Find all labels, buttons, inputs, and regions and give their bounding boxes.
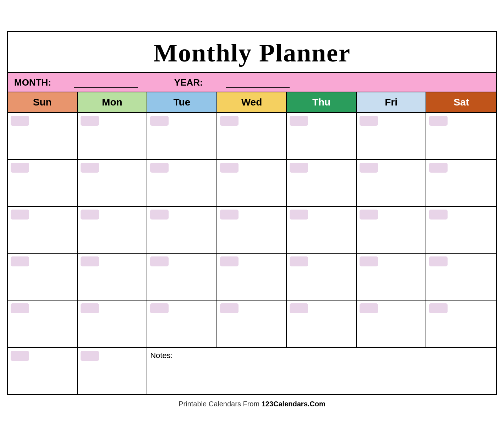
date-badge: [290, 303, 308, 313]
footer-brand: 123Calendars.Com: [262, 400, 325, 408]
cell-r4-wed: [217, 254, 287, 300]
cell-r3-thu: [287, 207, 357, 253]
date-badge: [11, 210, 29, 220]
date-badge: [81, 256, 99, 266]
date-badge: [429, 303, 448, 313]
cell-r2-tue: [147, 160, 217, 206]
notes-content: Notes:: [147, 348, 496, 394]
cell-r3-tue: [147, 207, 217, 253]
date-badge: [360, 163, 378, 173]
date-badge: [220, 210, 239, 220]
cell-r3-sat: [426, 207, 496, 253]
page-wrapper: Monthly Planner MONTH: YEAR: Sun Mon Tue…: [7, 31, 497, 413]
cell-r5-sat: [426, 300, 496, 347]
date-badge: [11, 351, 29, 361]
cell-r5-sun: [8, 300, 78, 347]
planner-container: Monthly Planner MONTH: YEAR: Sun Mon Tue…: [7, 31, 497, 395]
cell-r4-mon: [78, 254, 148, 300]
date-badge: [150, 210, 169, 220]
cell-r5-thu: [287, 300, 357, 347]
calendar-row-5: [8, 300, 496, 347]
cell-r2-sat: [426, 160, 496, 206]
month-year-bar: MONTH: YEAR:: [8, 73, 496, 92]
header-fri: Fri: [357, 92, 427, 112]
cell-r4-tue: [147, 254, 217, 300]
cell-r2-wed: [217, 160, 287, 206]
year-label: YEAR:: [174, 77, 203, 88]
calendar-row-2: [8, 160, 496, 207]
cell-r3-wed: [217, 207, 287, 253]
cell-r1-tue: [147, 113, 217, 159]
cell-r1-fri: [357, 113, 427, 159]
cell-r3-fri: [357, 207, 427, 253]
title-area: Monthly Planner: [8, 32, 496, 73]
cell-r1-sat: [426, 113, 496, 159]
date-badge: [81, 116, 99, 126]
month-underline: [74, 76, 138, 88]
date-badge: [290, 210, 308, 220]
notes-row: Notes:: [8, 347, 496, 394]
cell-r4-thu: [287, 254, 357, 300]
date-badge: [11, 163, 29, 173]
cell-r1-wed: [217, 113, 287, 159]
date-badge: [220, 256, 239, 266]
calendar-row-1: [8, 113, 496, 160]
cell-r2-mon: [78, 160, 148, 206]
notes-label: Notes:: [150, 351, 173, 360]
date-badge: [429, 256, 448, 266]
calendar-grid: Notes:: [8, 113, 496, 394]
date-badge: [11, 256, 29, 266]
cell-r2-sun: [8, 160, 78, 206]
cell-r3-sun: [8, 207, 78, 253]
cell-r1-thu: [287, 113, 357, 159]
date-badge: [429, 116, 448, 126]
year-underline: [226, 76, 290, 88]
date-badge: [360, 116, 378, 126]
header-mon: Mon: [78, 92, 148, 112]
date-badge: [150, 303, 169, 313]
date-badge: [360, 210, 378, 220]
calendar-row-3: [8, 207, 496, 254]
date-badge: [150, 256, 169, 266]
date-badge: [220, 116, 239, 126]
cell-r4-sat: [426, 254, 496, 300]
date-badge: [290, 163, 308, 173]
date-badge: [429, 163, 448, 173]
cell-r1-mon: [78, 113, 148, 159]
footer: Printable Calendars From 123Calendars.Co…: [7, 395, 497, 413]
header-sat: Sat: [426, 92, 496, 112]
cell-r5-fri: [357, 300, 427, 347]
calendar-row-4: [8, 254, 496, 300]
cell-r5-wed: [217, 300, 287, 347]
date-badge: [150, 116, 169, 126]
date-badge: [360, 256, 378, 266]
date-badge: [81, 303, 99, 313]
header-thu: Thu: [287, 92, 357, 112]
notes-cell-sun: [8, 348, 78, 394]
cell-r4-sun: [8, 254, 78, 300]
date-badge: [11, 116, 29, 126]
date-badge: [81, 163, 99, 173]
date-badge: [220, 303, 239, 313]
cell-r3-mon: [78, 207, 148, 253]
date-badge: [429, 210, 448, 220]
date-badge: [360, 303, 378, 313]
header-tue: Tue: [147, 92, 217, 112]
header-sun: Sun: [8, 92, 78, 112]
date-badge: [290, 116, 308, 126]
cell-r1-sun: [8, 113, 78, 159]
date-badge: [220, 163, 239, 173]
date-badge: [11, 303, 29, 313]
cell-r2-thu: [287, 160, 357, 206]
footer-text: Printable Calendars From: [179, 400, 261, 408]
day-headers: Sun Mon Tue Wed Thu Fri Sat: [8, 92, 496, 113]
header-wed: Wed: [217, 92, 287, 112]
date-badge: [290, 256, 308, 266]
month-label: MONTH:: [14, 77, 51, 88]
cell-r4-fri: [357, 254, 427, 300]
cell-r5-mon: [78, 300, 148, 347]
date-badge: [81, 351, 99, 361]
cell-r2-fri: [357, 160, 427, 206]
notes-cell-mon: [78, 348, 148, 394]
cell-r5-tue: [147, 300, 217, 347]
